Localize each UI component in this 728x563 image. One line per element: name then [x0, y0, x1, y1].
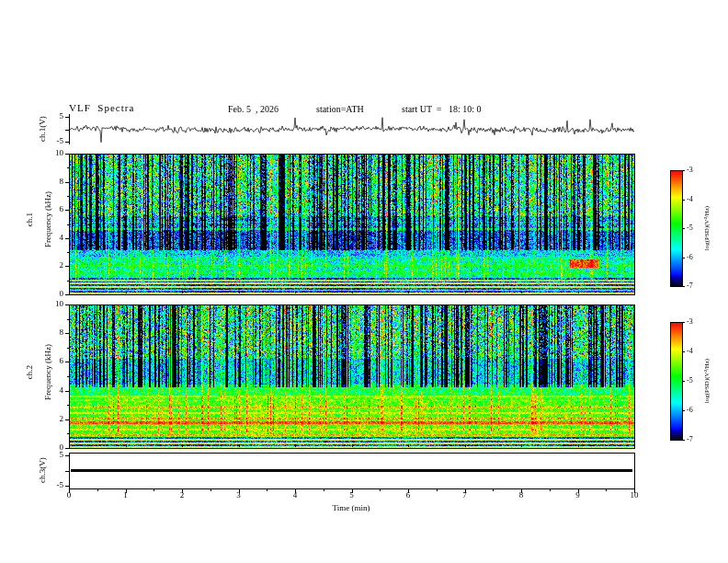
colorbar-tick-label: -5 — [687, 376, 693, 385]
ch1-frequency-axis-label: ch.1 Frequency (kHz) — [16, 191, 62, 256]
voltage-tick-label: 5 — [43, 450, 63, 459]
freq-tick-label: 2 — [43, 414, 63, 423]
x-tick-label: 7 — [456, 490, 474, 500]
vlf-spectra-figure: VLF Spectra Feb. 5 , 2026 station=ATH st… — [0, 0, 728, 563]
axes-overlay-canvas — [0, 0, 728, 563]
freq-tick-label: 4 — [43, 233, 63, 242]
freq-tick-label: 10 — [43, 299, 63, 308]
x-tick-label: 8 — [512, 490, 530, 500]
freq-tick-label: 8 — [43, 327, 63, 337]
freq-tick-label: 2 — [43, 260, 63, 270]
ch3-voltage-axis-label: ch.3(V) — [38, 457, 47, 483]
ch1-axis-label-line1: ch.1 — [25, 213, 34, 226]
colorbar-tick-label: -7 — [687, 435, 693, 443]
colorbar-tick-label: -3 — [687, 317, 693, 326]
plot-title: VLF Spectra — [69, 102, 134, 113]
voltage-tick-label: -5 — [43, 136, 63, 145]
colorbar-tick-label: -7 — [687, 282, 693, 290]
freq-tick-label: 6 — [43, 204, 63, 213]
colorbar-tick-label: -4 — [687, 347, 693, 355]
x-axis-label: Time (min) — [333, 503, 370, 512]
ch2-frequency-axis-label: ch.2 Frequency (kHz) — [16, 344, 62, 408]
x-tick-label: 0 — [60, 490, 78, 500]
x-tick-label: 2 — [173, 490, 191, 500]
freq-tick-label: 10 — [43, 148, 63, 157]
start-ut-label: start UT = 18: 10: 0 — [402, 104, 482, 114]
date-label: Feb. 5 , 2026 — [228, 104, 279, 114]
colorbar2-label: log(PSD)(V²/Hz) — [702, 359, 711, 403]
freq-tick-label: 8 — [43, 177, 63, 186]
x-tick-label: 3 — [230, 490, 248, 500]
freq-tick-label: 6 — [43, 356, 63, 365]
x-tick-label: 5 — [343, 490, 361, 500]
x-tick-label: 10 — [625, 490, 643, 500]
colorbar1-label: log(PSD)(V²/Hz) — [702, 206, 711, 250]
x-tick-label: 6 — [399, 490, 417, 500]
colorbar-tick-label: -6 — [687, 253, 693, 261]
x-tick-label: 1 — [117, 490, 135, 500]
station-label: station=ATH — [316, 104, 364, 114]
colorbar-tick-label: -3 — [687, 166, 693, 174]
colorbar-tick-label: -5 — [687, 224, 693, 232]
x-tick-label: 4 — [286, 490, 304, 500]
voltage-tick-label: -5 — [43, 480, 63, 489]
freq-tick-label: 0 — [43, 289, 63, 298]
colorbar-tick-label: -4 — [687, 195, 693, 203]
ch2-axis-label-line1: ch.2 — [25, 365, 34, 379]
x-tick-label: 9 — [569, 490, 587, 500]
freq-tick-label: 4 — [43, 385, 63, 395]
colorbar-tick-label: -6 — [687, 406, 693, 414]
voltage-tick-label: 5 — [43, 111, 63, 121]
